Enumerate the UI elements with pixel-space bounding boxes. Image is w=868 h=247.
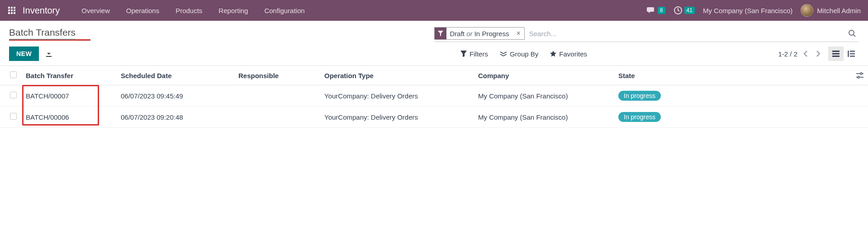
new-button[interactable]: NEW (9, 47, 39, 61)
col-company[interactable]: Company (474, 66, 614, 85)
col-responsible[interactable]: Responsible (234, 66, 320, 85)
filter-chip-remove[interactable]: × (512, 29, 524, 37)
svg-rect-11 (832, 51, 840, 52)
state-badge: In progress (618, 112, 661, 122)
search-icon[interactable] (845, 29, 859, 37)
app-name[interactable]: Inventory (23, 5, 60, 16)
filter-chip-text: Draft or In Progress (446, 30, 513, 37)
col-state[interactable]: State (614, 66, 852, 85)
svg-rect-5 (14, 9, 15, 11)
svg-rect-12 (832, 53, 840, 55)
svg-rect-0 (8, 7, 10, 9)
cell-date: 06/07/2023 09:20:48 (116, 107, 234, 128)
activities-icon[interactable]: 41 (674, 6, 695, 15)
cell-optype: YourCompany: Delivery Orders (320, 107, 474, 128)
pager-next[interactable] (814, 51, 822, 57)
cell-responsible (234, 107, 320, 128)
list-view-button[interactable] (828, 47, 844, 61)
svg-rect-15 (850, 51, 855, 52)
filter-chip-draft-inprogress[interactable]: Draft or In Progress × (434, 27, 525, 40)
menu-reporting[interactable]: Reporting (210, 0, 256, 21)
user-name: Mitchell Admin (817, 7, 861, 14)
favorites-button[interactable]: Favorites (550, 50, 587, 58)
messages-badge: 8 (658, 7, 665, 14)
download-icon[interactable] (45, 50, 52, 57)
table-row[interactable]: BATCH/00007 06/07/2023 09:45:49 YourComp… (0, 85, 868, 107)
apps-icon[interactable] (7, 6, 16, 15)
svg-rect-8 (14, 12, 15, 14)
select-all-checkbox[interactable] (10, 71, 17, 78)
pager-text[interactable]: 1-2 / 2 (778, 50, 797, 58)
svg-rect-2 (14, 7, 15, 9)
pager: 1-2 / 2 (778, 50, 822, 58)
svg-rect-16 (850, 53, 855, 55)
filters-button[interactable]: Filters (460, 50, 488, 58)
top-navbar: Inventory Overview Operations Products R… (0, 0, 868, 21)
search-bar: Draft or In Progress × (434, 27, 859, 42)
svg-point-18 (860, 73, 862, 75)
col-batch[interactable]: Batch Transfer (21, 66, 116, 85)
cell-batch: BATCH/00007 (21, 85, 116, 107)
menu-overview[interactable]: Overview (73, 0, 118, 21)
state-badge: In progress (618, 91, 661, 101)
batch-transfers-table: Batch Transfer Scheduled Date Responsibl… (0, 66, 868, 128)
avatar (801, 4, 813, 17)
svg-rect-13 (832, 56, 840, 57)
col-optype[interactable]: Operation Type (320, 66, 474, 85)
company-selector[interactable]: My Company (San Francisco) (703, 7, 792, 14)
svg-rect-4 (11, 9, 13, 11)
user-menu[interactable]: Mitchell Admin (801, 4, 861, 17)
funnel-icon (435, 28, 446, 39)
svg-rect-6 (8, 12, 10, 14)
main-menu: Overview Operations Products Reporting C… (73, 0, 313, 21)
table-row[interactable]: BATCH/00006 06/07/2023 09:20:48 YourComp… (0, 107, 868, 128)
menu-operations[interactable]: Operations (118, 0, 167, 21)
svg-rect-3 (8, 9, 10, 11)
svg-point-19 (858, 76, 859, 78)
cell-date: 06/07/2023 09:45:49 (116, 85, 234, 107)
cell-batch: BATCH/00006 (21, 107, 116, 128)
messages-icon[interactable]: 8 (647, 6, 665, 14)
pager-prev[interactable] (802, 51, 810, 57)
search-input[interactable] (525, 28, 845, 39)
table-header-row: Batch Transfer Scheduled Date Responsibl… (0, 66, 868, 85)
kanban-view-button[interactable] (844, 47, 859, 61)
row-checkbox[interactable] (10, 113, 17, 120)
col-date[interactable]: Scheduled Date (116, 66, 234, 85)
cell-optype: YourCompany: Delivery Orders (320, 85, 474, 107)
svg-point-10 (849, 30, 854, 35)
groupby-button[interactable]: Group By (500, 50, 538, 58)
breadcrumb[interactable]: Batch Transfers (9, 27, 76, 40)
column-settings-icon[interactable] (856, 72, 863, 79)
menu-configuration[interactable]: Configuration (256, 0, 313, 21)
cell-company: My Company (San Francisco) (474, 85, 614, 107)
cell-responsible (234, 85, 320, 107)
svg-rect-17 (850, 56, 855, 57)
menu-products[interactable]: Products (167, 0, 210, 21)
activities-badge: 41 (684, 7, 695, 14)
svg-rect-7 (11, 12, 13, 14)
svg-rect-1 (11, 7, 13, 9)
view-switcher (828, 47, 859, 61)
row-checkbox[interactable] (10, 92, 17, 98)
svg-rect-14 (848, 51, 849, 57)
cell-company: My Company (San Francisco) (474, 107, 614, 128)
